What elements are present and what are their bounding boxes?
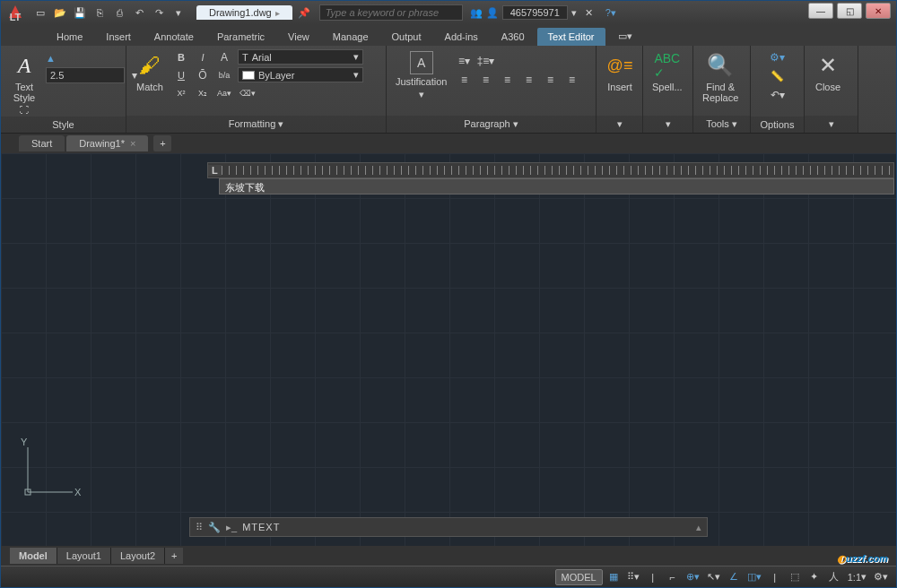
tab-extra-icon[interactable]: ▭▾ bbox=[607, 27, 643, 46]
tab-view[interactable]: View bbox=[277, 28, 320, 46]
search-input[interactable] bbox=[319, 4, 463, 21]
match-button[interactable]: 🖌 Match bbox=[132, 49, 168, 94]
justification-icon: A bbox=[410, 51, 433, 74]
doc-tab-drawing[interactable]: Drawing1*× bbox=[66, 135, 148, 151]
layout-tab-add-button[interactable]: + bbox=[165, 548, 183, 564]
clear-button[interactable]: ⌫▾ bbox=[238, 85, 257, 101]
text-style-button[interactable]: A TextStyle ⛶ bbox=[6, 49, 42, 117]
bold-button[interactable]: B bbox=[171, 49, 191, 65]
overline-button[interactable]: Ō bbox=[193, 67, 213, 83]
tab-annotate[interactable]: Annotate bbox=[144, 28, 205, 46]
doc-tab-start[interactable]: Start bbox=[19, 135, 65, 151]
spell-icon: ABC✓ bbox=[653, 51, 682, 80]
status-ortho-icon[interactable]: ⌐ bbox=[664, 569, 682, 585]
file-tab[interactable]: Drawing1.dwg ▸ bbox=[196, 5, 292, 20]
tab-insert[interactable]: Insert bbox=[95, 28, 142, 46]
tab-output[interactable]: Output bbox=[381, 28, 432, 46]
file-tab-arrow-icon[interactable]: ▸ bbox=[275, 8, 280, 18]
justification-button[interactable]: A Justification ▾ bbox=[392, 49, 450, 102]
italic-button[interactable]: I bbox=[193, 49, 213, 65]
exchange-icon[interactable]: ✕ bbox=[580, 4, 598, 21]
justification-dropdown-icon[interactable]: ▾ bbox=[419, 89, 424, 100]
status-osnap-icon[interactable]: ◫▾ bbox=[745, 569, 764, 585]
open-icon[interactable]: 📂 bbox=[51, 4, 69, 21]
help-icon[interactable]: ?▾ bbox=[602, 4, 620, 21]
panel-spell-title: ▾ bbox=[643, 116, 692, 133]
cmd-customize-icon[interactable]: 🔧 bbox=[208, 522, 221, 533]
color-combo[interactable]: ByLayer▾ bbox=[238, 67, 363, 82]
status-model-button[interactable]: MODEL bbox=[555, 569, 603, 585]
panel-style: A TextStyle ⛶ ▲ ▾ Style bbox=[1, 46, 126, 133]
panel-insert-title: ▾ bbox=[597, 116, 642, 133]
text-ruler[interactable]: L bbox=[207, 162, 894, 178]
ruler-tab-icon[interactable]: L bbox=[208, 165, 222, 176]
app-logo[interactable]: LT bbox=[4, 2, 26, 23]
bullets-button[interactable]: ≡▾ bbox=[454, 53, 474, 69]
user-icon[interactable]: 👤 bbox=[486, 7, 499, 19]
cmd-grip-icon[interactable]: ⠿ bbox=[196, 522, 203, 533]
status-grid-icon[interactable]: ▦ bbox=[605, 569, 623, 585]
drawing-canvas[interactable]: L 东坡下载 Y X ⠿ 🔧 ▸_ MTEXT ▴ bbox=[1, 153, 896, 546]
plot-icon[interactable]: ⎙ bbox=[110, 4, 128, 21]
user-dropdown-icon[interactable]: ▾ bbox=[571, 7, 577, 19]
status-scale-button[interactable]: 1:1▾ bbox=[845, 569, 869, 585]
doc-tab-close-icon[interactable]: × bbox=[130, 138, 135, 149]
tab-home[interactable]: Home bbox=[46, 28, 93, 46]
find-replace-button[interactable]: 🔍Find &Replace bbox=[699, 49, 742, 105]
insert-button[interactable]: @≡Insert bbox=[602, 49, 638, 94]
new-icon[interactable]: ▭ bbox=[31, 4, 49, 21]
font-a-button[interactable]: A bbox=[214, 49, 234, 65]
subscript-button[interactable]: X₂ bbox=[193, 85, 213, 101]
status-snap-icon[interactable]: ⠿▾ bbox=[624, 569, 642, 585]
align-center-button[interactable]: ≡ bbox=[497, 72, 517, 88]
superscript-button[interactable]: X² bbox=[171, 85, 191, 101]
tab-addins[interactable]: Add-ins bbox=[434, 28, 489, 46]
maximize-button[interactable]: ◱ bbox=[837, 3, 862, 19]
pin-icon[interactable]: 📌 bbox=[298, 7, 310, 19]
layout-tab-layout2[interactable]: Layout2 bbox=[111, 548, 165, 564]
tab-a360[interactable]: A360 bbox=[491, 28, 536, 46]
save-icon[interactable]: 💾 bbox=[71, 4, 89, 21]
align-left-button[interactable]: ≡ bbox=[475, 72, 495, 88]
text-height-input[interactable] bbox=[46, 67, 125, 83]
close-button[interactable]: ✕ bbox=[866, 3, 891, 19]
ruler-button[interactable]: 📏 bbox=[771, 68, 784, 84]
spell-button[interactable]: ABC✓Spell... bbox=[649, 49, 686, 94]
tab-manage[interactable]: Manage bbox=[322, 28, 379, 46]
status-track-icon[interactable]: ↖▾ bbox=[704, 569, 723, 585]
underline-button[interactable]: U bbox=[171, 67, 191, 83]
status-lwt-icon[interactable]: ⬚ bbox=[786, 569, 804, 585]
linespace-button[interactable]: ‡≡▾ bbox=[475, 53, 495, 69]
saveas-icon[interactable]: ⎘ bbox=[91, 4, 109, 21]
status-annovis-icon[interactable]: 人 bbox=[825, 569, 843, 585]
undo-icon[interactable]: ↶ bbox=[130, 4, 148, 21]
user-id[interactable]: 465795971 bbox=[502, 5, 568, 20]
layout-tab-model[interactable]: Model bbox=[10, 548, 57, 564]
layout-tab-layout1[interactable]: Layout1 bbox=[57, 548, 111, 564]
status-annoscale-icon[interactable]: ✦ bbox=[806, 569, 823, 585]
align-right-button[interactable]: ≡ bbox=[518, 72, 538, 88]
align-distribute-button[interactable]: ≡ bbox=[562, 72, 581, 88]
status-polar-icon[interactable]: ⊕▾ bbox=[684, 569, 702, 585]
font-combo[interactable]: TArial▾ bbox=[238, 49, 363, 65]
annotative-icon[interactable]: ⛶ bbox=[20, 105, 29, 115]
more-options-button[interactable]: ⚙▾ bbox=[770, 49, 785, 65]
doc-tab-add-button[interactable]: + bbox=[153, 135, 171, 151]
stack-button[interactable]: b/a bbox=[214, 67, 234, 83]
infocenter-icon[interactable]: 👥 bbox=[470, 7, 483, 19]
minimize-button[interactable]: — bbox=[808, 3, 833, 19]
align-justify-button[interactable]: ≡ bbox=[540, 72, 560, 88]
qat-more-icon[interactable]: ▾ bbox=[170, 4, 187, 21]
tab-texteditor[interactable]: Text Editor bbox=[537, 28, 605, 46]
close-editor-button[interactable]: ✕Close bbox=[810, 49, 846, 94]
command-line[interactable]: ⠿ 🔧 ▸_ MTEXT ▴ bbox=[189, 517, 708, 537]
changecase-button[interactable]: Aa▾ bbox=[214, 85, 234, 101]
undo-options-button[interactable]: ↶▾ bbox=[771, 87, 785, 103]
status-angle-icon[interactable]: ∠ bbox=[725, 569, 743, 585]
mtext-editor[interactable]: 东坡下载 bbox=[219, 178, 894, 195]
tab-parametric[interactable]: Parametric bbox=[206, 28, 275, 46]
cmd-history-icon[interactable]: ▴ bbox=[696, 522, 701, 533]
status-gear-icon[interactable]: ⚙▾ bbox=[871, 569, 891, 585]
redo-icon[interactable]: ↷ bbox=[150, 4, 168, 21]
align-default-button[interactable]: ≡ bbox=[454, 72, 474, 88]
